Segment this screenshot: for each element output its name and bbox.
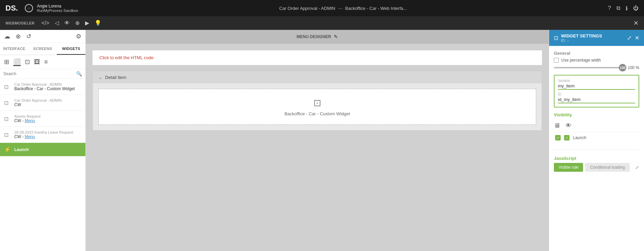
slider-thumb[interactable]: 100: [619, 64, 626, 71]
widget-icon-2: ⊡: [4, 100, 11, 106]
top-bar-right: ? ⧉ ℹ ⏻: [608, 5, 639, 12]
add-connection-icon[interactable]: ⊕: [75, 20, 80, 26]
settings-icon[interactable]: ⚙: [76, 33, 81, 40]
second-bar: WEBMODELER </> ◁ 👁 ⊕ ▶ 💡 ✕: [0, 16, 644, 30]
menu-designer-label: MENU DESIGNER: [297, 34, 331, 39]
widget-icon-3: ⊡: [4, 116, 11, 122]
panel-icon[interactable]: ⊡: [25, 58, 30, 66]
logo-circle: ○: [25, 4, 33, 12]
webmodeler-label: WEBMODELER: [5, 21, 35, 25]
code-icon[interactable]: </>: [42, 20, 49, 26]
grid-icon[interactable]: ⊞: [4, 58, 9, 66]
id-field-value[interactable]: id_my_item: [558, 97, 635, 103]
tab-widgets[interactable]: WIDGETS: [57, 43, 85, 55]
general-section: General Use percentage width 100 100 %: [554, 51, 639, 70]
sidebar-item-title-4: 26-09-2022 Kavitha Leave Request: [14, 130, 73, 134]
variable-id-box: Variable my_item ID id_my_item: [554, 75, 639, 107]
sidebar-item-title-2: Car Order Approval - ADMIN: [14, 98, 62, 102]
use-percent-row: Use percentage width: [554, 58, 639, 63]
list-icon[interactable]: ≡: [44, 58, 48, 66]
visibility-icons-row: 🖥 👁: [554, 119, 639, 132]
sidebar-item-1[interactable]: ⊡ Car Order Approval - ADMIN Backoffice …: [0, 79, 85, 95]
visibility-row: ✓ ✓ Launch: [554, 132, 639, 143]
sidebar-item-name-5: Launch: [14, 147, 29, 152]
sidebar-item-2[interactable]: ⊡ Car Order Approval - ADMIN CW: [0, 95, 85, 111]
search-bar: 🔍: [0, 69, 85, 79]
general-title: General: [554, 51, 639, 56]
visible-rule-button[interactable]: Visible rule: [554, 163, 583, 172]
close-icon[interactable]: ✕: [633, 19, 639, 27]
custom-widget-icon: ⊡: [313, 97, 321, 108]
app-title: Car Order Approval - ADMIN: [279, 6, 335, 11]
menu-designer-bar: MENU DESIGNER ✎: [86, 30, 549, 44]
help-icon[interactable]: ?: [608, 5, 611, 11]
conditional-loading-button[interactable]: Conditional loading: [585, 163, 629, 172]
sidebar-item-launch[interactable]: ⚡ Launch: [0, 143, 85, 156]
use-percent-checkbox[interactable]: [554, 58, 559, 63]
tab-interface[interactable]: INTERFACE: [0, 43, 29, 55]
external-link-icon[interactable]: ⧉: [616, 5, 620, 11]
custom-widget-box[interactable]: ⊡ Backoffice - Car - Custom Widget: [98, 89, 536, 125]
refresh-icon[interactable]: ↺: [26, 33, 31, 40]
cloud-icon[interactable]: ☁: [4, 33, 10, 40]
bulb-icon[interactable]: 💡: [95, 20, 101, 26]
sidebar-item-name-2: CW: [14, 102, 62, 107]
right-panel-actions: ⤢ ✕: [627, 35, 639, 41]
chevron-down-icon: ⌄: [98, 74, 102, 80]
slider-track[interactable]: 100: [554, 67, 625, 68]
widget-icon-4: ⊡: [4, 132, 11, 138]
play-icon[interactable]: ▶: [85, 20, 89, 26]
box-icon[interactable]: ⬜: [13, 58, 21, 66]
widget-type-icons: ⊞ ⬜ ⊡ 🖼 ≡: [0, 55, 85, 69]
power-icon[interactable]: ⏻: [633, 5, 639, 11]
expand-js-icon[interactable]: ⤢: [635, 165, 639, 170]
expand-panel-icon[interactable]: ⤢: [627, 35, 631, 41]
toolbar-icons: </> ◁ 👁 ⊕ ▶ 💡: [42, 20, 101, 26]
top-bar-center: Car Order Approval - ADMIN — Backoffice …: [279, 6, 407, 11]
html-code-bar[interactable]: Click to edit the HTML code: [93, 50, 542, 65]
right-panel-title-row: ⊡ WIDGET SETTINGS ID: --: [554, 33, 602, 43]
eye-icon[interactable]: 👁: [64, 20, 70, 26]
visibility-title: Visibility: [554, 112, 639, 117]
vis-check-2[interactable]: ✓: [564, 135, 569, 140]
cancel-icon[interactable]: ⊗: [16, 33, 21, 40]
back-icon[interactable]: ◁: [55, 20, 59, 26]
sidebar-item-4[interactable]: ⊡ 26-09-2022 Kavitha Leave Request CW - …: [0, 127, 85, 143]
js-title: JavaScript: [554, 156, 639, 161]
tab-screens[interactable]: SCREENS: [29, 43, 57, 55]
user-org: RunMyProcess Sandbox: [37, 9, 78, 13]
right-panel: ⊡ WIDGET SETTINGS ID: -- ⤢ ✕ General Use…: [549, 30, 644, 251]
menu-link-4[interactable]: Menu: [25, 134, 35, 139]
detail-item-header[interactable]: ⌄ Detail Item: [93, 71, 542, 83]
canvas-body: Click to edit the HTML code ⌄ Detail Ite…: [86, 44, 549, 251]
edit-icon[interactable]: ✎: [334, 34, 338, 39]
html-code-label: Click to edit the HTML code: [99, 55, 153, 60]
widget-settings-icon: ⊡: [554, 35, 558, 41]
slider-fill: [554, 67, 625, 68]
sidebar-item-title-3: Assets Request: [14, 114, 40, 118]
sidebar-item-name-1: Backoffice - Car - Custom Widget: [14, 86, 75, 91]
vis-launch-label: Launch: [573, 135, 586, 140]
info-icon[interactable]: ℹ: [626, 5, 628, 12]
variable-value[interactable]: my_item: [558, 83, 635, 90]
close-panel-icon[interactable]: ✕: [635, 35, 639, 41]
menu-link[interactable]: Menu: [25, 118, 35, 123]
use-percent-label: Use percentage width: [561, 58, 601, 63]
image-icon[interactable]: 🖼: [34, 58, 40, 66]
sidebar-item-text-2: Car Order Approval - ADMIN CW: [14, 98, 62, 107]
top-bar: DS. ○ Angie Lorena RunMyProcess Sandbox …: [0, 0, 644, 16]
page-title-top: Backoffice - Car - Web Interfa...: [345, 6, 407, 11]
id-field-label: ID: [558, 93, 635, 96]
top-bar-left: DS. ○ Angie Lorena RunMyProcess Sandbox: [5, 4, 78, 13]
sidebar-item-3[interactable]: ⊡ Assets Request CW - Menu: [0, 111, 85, 127]
js-section: JavaScript Visible rule Conditional load…: [554, 156, 639, 172]
visibility-section: Visibility 🖥 👁 ✓ ✓ Launch: [554, 112, 639, 143]
divider: [554, 149, 639, 150]
sidebar-tabs: INTERFACE SCREENS WIDGETS: [0, 43, 85, 55]
sidebar-item-text-5: Launch: [14, 147, 29, 152]
search-input[interactable]: [3, 71, 76, 76]
search-icon: 🔍: [76, 71, 82, 77]
sidebar-item-name-4: CW - Menu: [14, 134, 73, 139]
vis-check-1[interactable]: ✓: [555, 135, 561, 140]
js-buttons-row: Visible rule Conditional loading ⤢: [554, 163, 639, 172]
